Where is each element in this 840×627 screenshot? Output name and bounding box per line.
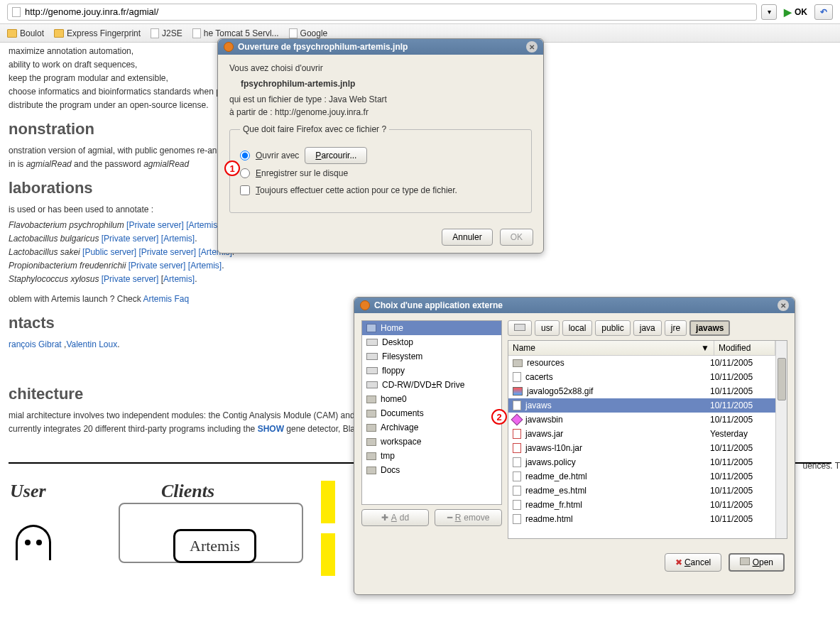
plus-icon: ✚	[381, 513, 388, 523]
contact-1[interactable]: rançois Gibrat	[9, 339, 62, 349]
show-link[interactable]: SHOW	[258, 424, 284, 434]
breadcrumb-segment[interactable]: usr	[535, 320, 560, 336]
folder-icon	[54, 29, 64, 38]
file-icon	[192, 28, 201, 38]
bookmark-item[interactable]: Express Fingerprint	[54, 28, 141, 38]
species-row: Staphylococcus xylosus [Private server] …	[9, 274, 831, 284]
scrollbar-thumb[interactable]	[778, 358, 786, 400]
place-item[interactable]: Home	[362, 321, 501, 335]
file-row[interactable]: readme_es.html10/11/2005	[508, 484, 775, 498]
page-icon	[12, 7, 21, 17]
place-item[interactable]: Docs	[362, 463, 501, 477]
file-row[interactable]: readme_de.html10/11/2005	[508, 469, 775, 484]
file-row[interactable]: resources10/11/2005	[508, 356, 775, 370]
breadcrumb-segment[interactable]: local	[562, 320, 593, 336]
open-folder-icon	[740, 557, 750, 565]
species-link[interactable]: [Private server]	[129, 261, 186, 271]
dlg1-filename: fpsychrophilum-artemis.jnlp	[241, 79, 532, 89]
species-name: Lactobacillus sakei	[9, 247, 82, 257]
file-icon	[513, 486, 521, 496]
file-row[interactable]: readme.html10/11/2005	[508, 512, 775, 526]
file-name: readme_es.html	[525, 486, 587, 496]
url-input[interactable]	[25, 6, 752, 17]
add-place-button[interactable]: ✚ Add	[361, 509, 429, 526]
species-link[interactable]: [Private server]	[138, 247, 196, 257]
url-history-dropdown[interactable]: ▾	[761, 4, 777, 20]
file-row[interactable]: javalogo52x88.gif10/11/2005	[508, 384, 775, 398]
place-item[interactable]: Filesystem	[362, 349, 501, 364]
dlg1-ok-button[interactable]: OK	[500, 229, 533, 246]
file-row[interactable]: javaws10/11/2005	[508, 398, 775, 413]
file-modified: 10/11/2005	[710, 471, 771, 481]
browse-button[interactable]: Parcourir...	[305, 147, 367, 164]
species-link[interactable]: Artemis]	[163, 274, 195, 284]
open-with-label: OOuvrir avecuvrir avec	[256, 151, 299, 160]
file-icon	[289, 28, 298, 38]
place-item[interactable]: CD-RW/DVD±R Drive	[362, 378, 501, 392]
breadcrumb-segment[interactable]: javaws	[689, 320, 730, 336]
breadcrumb-segment[interactable]: public	[595, 320, 630, 336]
species-link[interactable]: [Public server]	[82, 247, 136, 257]
file-icon	[513, 372, 521, 382]
dialog2-close-icon[interactable]: ✕	[778, 300, 789, 311]
species-name: Flavobacterium psychrophilum	[9, 220, 126, 230]
file-modified: Yesterday	[710, 429, 771, 439]
place-item[interactable]: Documents	[362, 406, 501, 420]
place-item[interactable]: Desktop	[362, 335, 501, 349]
species-link[interactable]: [Artemis]	[186, 220, 219, 230]
species-link[interactable]: [Artemis]	[188, 261, 222, 271]
species-link[interactable]: [Private server]	[126, 220, 184, 230]
file-name: readme.html	[525, 514, 573, 524]
radio-open-with[interactable]	[240, 151, 250, 160]
bookmark-label: Boulot	[20, 28, 44, 38]
col-name[interactable]: Name ▼	[508, 341, 714, 355]
bookmark-item[interactable]: Google	[289, 28, 328, 38]
file-row[interactable]: cacerts10/11/2005	[508, 370, 775, 384]
file-modified: 10/11/2005	[710, 457, 771, 467]
bookmark-item[interactable]: he Tomcat 5 Servl...	[192, 28, 279, 38]
bookmark-item[interactable]: Boulot	[7, 28, 44, 38]
col-modified[interactable]: Modified	[714, 341, 775, 355]
dialog1-close-icon[interactable]: ✕	[526, 41, 538, 53]
dialog1-titlebar[interactable]: Ouverture de fpsychrophilum-artemis.jnlp…	[218, 39, 543, 55]
root-icon	[514, 324, 525, 331]
place-item[interactable]: home0	[362, 392, 501, 406]
dlg1-intro: Vous avez choisi d'ouvrir	[229, 63, 532, 73]
species-link[interactable]: [Private server]	[102, 274, 159, 284]
file-list-scrollbar[interactable]	[775, 341, 787, 538]
remove-place-button[interactable]: ━ Remove	[435, 509, 502, 526]
dlg2-open-button[interactable]: Open	[729, 553, 785, 572]
radio-save[interactable]	[240, 168, 250, 178]
checkbox-always[interactable]	[240, 185, 250, 195]
file-modified: 10/11/2005	[710, 386, 771, 396]
species-link[interactable]: [Private server]	[102, 234, 159, 244]
breadcrumb-segment[interactable]: jre	[665, 320, 687, 336]
file-row[interactable]: javaws.jarYesterday	[508, 427, 775, 441]
place-label: floppy	[382, 366, 405, 376]
place-item[interactable]: Archivage	[362, 420, 501, 435]
species-link[interactable]: [Artemis]	[161, 234, 195, 244]
dlg1-cancel-button[interactable]: Annuler	[442, 229, 492, 246]
jar-icon	[513, 443, 521, 453]
species-row: Propionibacterium freudenrichii [Private…	[9, 261, 831, 271]
folder-icon	[366, 424, 376, 432]
artemis-faq-link[interactable]: Artemis Faq	[143, 294, 189, 304]
file-row[interactable]: javawsbin10/11/2005	[508, 413, 775, 427]
folder-icon	[366, 452, 376, 460]
dlg2-cancel-button[interactable]: ✖ Cancel	[665, 553, 722, 572]
drive-icon	[366, 353, 378, 360]
restore-button[interactable]: ↶	[814, 4, 833, 20]
go-button[interactable]: ▶ OK	[780, 6, 812, 18]
file-row[interactable]: javaws-l10n.jar10/11/2005	[508, 441, 775, 455]
file-row[interactable]: readme_fr.html10/11/2005	[508, 498, 775, 512]
contact-2[interactable]: Valentin Loux	[66, 339, 117, 349]
file-row[interactable]: javaws.policy10/11/2005	[508, 455, 775, 469]
go-icon: ▶	[784, 6, 792, 18]
bookmark-item[interactable]: J2SE	[151, 28, 182, 38]
breadcrumb-segment[interactable]	[508, 320, 532, 336]
breadcrumb-segment[interactable]: java	[633, 320, 662, 336]
place-item[interactable]: floppy	[362, 364, 501, 378]
place-item[interactable]: tmp	[362, 449, 501, 463]
place-item[interactable]: workspace	[362, 435, 501, 449]
dialog2-titlebar[interactable]: Choix d'une application externe ✕	[354, 298, 795, 313]
